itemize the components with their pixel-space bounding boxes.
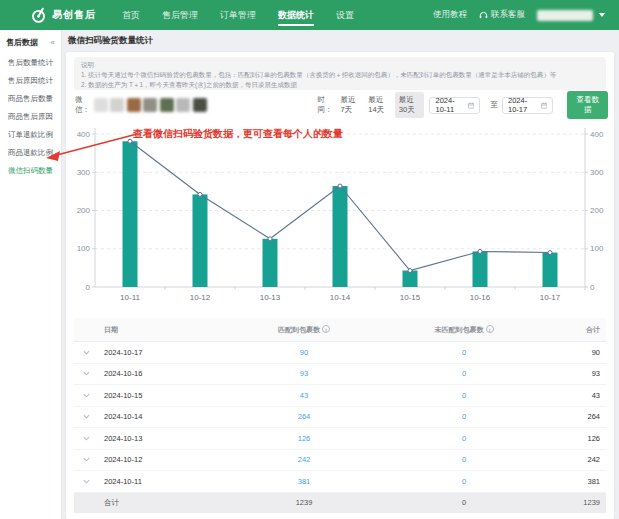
nav-item-3[interactable]: 订单管理 [220,0,256,30]
nav-item-2[interactable]: 售后管理 [162,0,198,30]
sidebar-item-2[interactable]: 售后原因统计 [0,72,61,90]
quick-range-1[interactable]: 最近7天 [336,92,362,118]
svg-text:400: 400 [590,130,604,139]
cell-date: 2024-10-14 [104,412,224,421]
wechat-avatar-7[interactable] [193,98,207,112]
page-title: 微信扫码验货数量统计 [68,35,153,47]
cell-unmatched-count[interactable]: 0 [384,369,544,378]
row-expand-chevron-icon[interactable] [83,456,90,463]
headset-icon [479,11,488,20]
wechat-filter-label: 微信： [75,95,92,115]
row-expand-chevron-icon[interactable] [83,435,90,442]
combo-chart[interactable]: 0010010020020030030040040010-1110-1210-1… [70,124,605,314]
notice-box: 说明 1. 统计每天通过每个微信扫码验货的包裹数量，包括：匹配到订单的包裹数量（… [74,57,606,90]
svg-text:10-14: 10-14 [330,293,351,302]
nav-menu: 首页售后管理订单管理数据统计设置 [122,0,376,30]
nav-item-1[interactable]: 首页 [122,0,140,30]
query-data-button[interactable]: 查看数据 [567,91,608,119]
chevron-down-icon[interactable] [599,13,605,17]
sidebar: 售后数据 « 售后数量统计售后原因统计商品售后数量商品售后原因订单退款比例商品退… [0,30,62,519]
nav-item-5[interactable]: 设置 [336,0,354,30]
date-end-input[interactable]: 2024-10-17 [502,97,553,114]
table-row-3: 2024-10-1543043 [74,385,606,407]
cell-total: 242 [544,455,606,464]
nav-item-4[interactable]: 数据统计 [278,0,314,30]
cell-date: 2024-10-17 [104,348,224,357]
notice-line-1: 1. 统计每天通过每个微信扫码验货的包裹数量，包括：匹配到订单的包裹数量（含换货… [81,70,599,80]
svg-text:300: 300 [77,168,91,177]
cell-matched-count[interactable]: 126 [224,434,384,443]
cell-unmatched-count[interactable]: 0 [384,455,544,464]
date-start-value: 2024-10-11 [435,96,462,114]
brand[interactable]: 易创售后 [30,7,96,24]
row-expand-cell [74,478,104,485]
info-icon[interactable]: i [322,325,330,333]
wechat-avatar-5[interactable] [160,98,174,112]
table-row-7: 2024-10-113810381 [74,471,606,493]
row-expand-cell [74,349,104,356]
cell-unmatched-count[interactable]: 0 [384,412,544,421]
sidebar-item-6[interactable]: 商品退款比例 [0,144,61,162]
cell-matched-count[interactable]: 93 [224,369,384,378]
row-expand-chevron-icon[interactable] [83,349,90,356]
col-header-matched-label: 匹配到包裹数 [278,326,320,333]
sidebar-item-1[interactable]: 售后数量统计 [0,54,61,72]
cell-total: 93 [544,369,606,378]
cell-matched-count[interactable]: 90 [224,348,384,357]
col-header-matched: 匹配到包裹数i [224,325,384,335]
row-expand-chevron-icon[interactable] [83,413,90,420]
cell-unmatched-count[interactable]: 0 [384,477,544,486]
svg-text:10-12: 10-12 [190,293,211,302]
table-header-row: 日期 匹配到包裹数i 未匹配到包裹数i 合计 [74,318,606,342]
cell-unmatched-count[interactable]: 0 [384,434,544,443]
col-header-unmatched-label: 未匹配到包裹数 [435,326,484,333]
calendar-icon [468,101,475,110]
sidebar-item-5[interactable]: 订单退款比例 [0,126,61,144]
row-expand-cell [74,456,104,463]
svg-text:400: 400 [77,130,91,139]
table-body: 2024-10-17900902024-10-16930932024-10-15… [74,342,606,493]
wechat-avatar-1[interactable] [94,98,108,112]
row-expand-chevron-icon[interactable] [83,478,90,485]
brand-name: 易创售后 [52,8,96,22]
cell-matched-count[interactable]: 43 [224,391,384,400]
cell-matched-count[interactable]: 242 [224,455,384,464]
sidebar-collapse-icon[interactable]: « [51,38,55,47]
cell-total: 126 [544,434,606,443]
info-icon[interactable]: i [486,325,494,333]
cell-unmatched-count[interactable]: 0 [384,391,544,400]
contact-service-link[interactable]: 联系客服 [479,9,525,21]
wechat-avatar-3[interactable] [127,98,141,112]
footer-total: 1239 [544,498,606,507]
row-expand-chevron-icon[interactable] [83,370,90,377]
quick-range-2[interactable]: 最近14天 [364,92,393,118]
wechat-avatar-4[interactable] [143,98,157,112]
table-row-6: 2024-10-122420242 [74,450,606,472]
svg-text:0: 0 [86,283,91,292]
svg-text:200: 200 [77,206,91,215]
cell-date: 2024-10-13 [104,434,224,443]
tutorial-link[interactable]: 使用教程 [433,9,467,21]
wechat-avatar-2[interactable] [110,98,124,112]
col-header-total: 合计 [544,325,606,335]
sidebar-header: 售后数据 « [0,30,61,54]
data-table: 日期 匹配到包裹数i 未匹配到包裹数i 合计 2024-10-179009020… [74,318,606,513]
sidebar-item-7[interactable]: 微信扫码数量 [0,162,61,180]
user-name-blurred[interactable] [537,10,593,21]
footer-unmatched: 0 [384,498,544,507]
wechat-avatar-6[interactable] [176,98,190,112]
quick-range-3[interactable]: 最近30天 [395,92,424,118]
time-filter-label: 时间： [317,95,334,115]
sidebar-item-3[interactable]: 商品售后数量 [0,90,61,108]
cell-total: 264 [544,412,606,421]
cell-matched-count[interactable]: 264 [224,412,384,421]
sidebar-item-4[interactable]: 商品售后原因 [0,108,61,126]
cell-matched-count[interactable]: 381 [224,477,384,486]
svg-text:10-17: 10-17 [540,293,561,302]
row-expand-chevron-icon[interactable] [83,392,90,399]
cell-unmatched-count[interactable]: 0 [384,348,544,357]
date-start-input[interactable]: 2024-10-11 [429,97,480,114]
cell-total: 90 [544,348,606,357]
calendar-icon [541,101,548,110]
row-expand-cell [74,435,104,442]
